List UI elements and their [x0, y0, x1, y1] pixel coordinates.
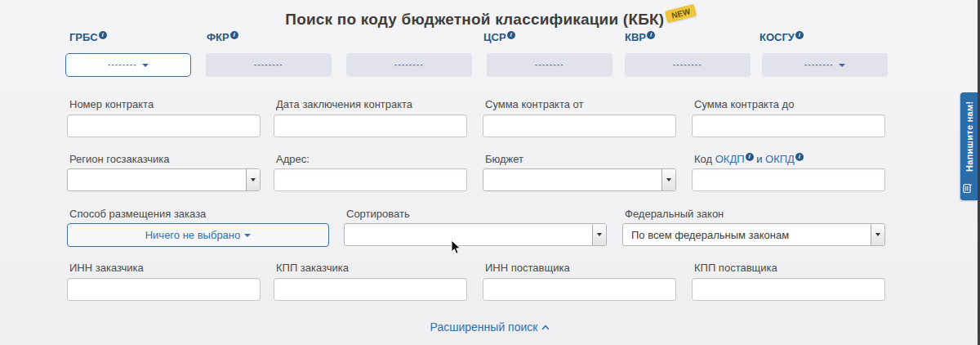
chat-bubble-icon: [962, 183, 977, 194]
sum-from-label: Сумма контракта от: [485, 98, 584, 110]
chevron-down-icon[interactable]: [871, 224, 884, 245]
region-select-value: [68, 169, 246, 190]
kbk-extra-placeholder: --------: [394, 61, 424, 69]
contract-date-input[interactable]: [274, 114, 467, 137]
region-label: Регион госзаказчика: [69, 153, 170, 165]
inn-supplier-input[interactable]: [483, 278, 676, 301]
inn-customer-input[interactable]: [67, 278, 261, 301]
sum-to-input[interactable]: [692, 114, 885, 137]
advanced-search-row: Расширенный поиск: [0, 320, 980, 334]
code-prefix-text: Код: [694, 153, 712, 165]
grbs-label-text: ГРБС: [69, 31, 98, 43]
budget-select-value: [483, 169, 662, 190]
info-icon[interactable]: i: [230, 31, 238, 39]
csr-label: ЦСРi: [483, 31, 515, 43]
region-select[interactable]: [67, 168, 261, 191]
info-icon[interactable]: i: [795, 31, 804, 39]
advanced-search-label: Расширенный поиск: [430, 320, 538, 334]
sort-select[interactable]: [344, 223, 607, 246]
chevron-down-icon: [142, 64, 149, 67]
sort-select-value: [345, 224, 592, 245]
new-badge: NEW: [665, 4, 697, 24]
kvr-label: КВРi: [625, 31, 655, 43]
csr-placeholder: --------: [535, 61, 564, 69]
sum-from-input[interactable]: [483, 114, 676, 137]
csr-label-text: ЦСР: [483, 31, 506, 43]
fkr-label-text: ФКР: [207, 31, 229, 43]
okdp-okpd-code-input[interactable]: [692, 168, 885, 191]
okdp-link[interactable]: ОКДП: [715, 153, 745, 165]
placement-method-label: Способ размещения заказа: [69, 208, 206, 220]
title-row: Поиск по коду бюджетной классификации (К…: [0, 11, 980, 29]
contract-number-label: Номер контракта: [69, 98, 154, 110]
page-title: Поиск по коду бюджетной классификации (К…: [285, 11, 664, 28]
kosgu-placeholder: --------: [804, 61, 834, 69]
write-to-us-label: Напишите нам!: [960, 94, 978, 179]
inn-supplier-label: ИНН поставщика: [485, 262, 570, 274]
federal-law-select-value: По всем федеральным законам: [623, 224, 871, 245]
kvr-placeholder: --------: [673, 61, 702, 69]
okpd-link[interactable]: ОКПД: [765, 153, 795, 165]
kvr-label-text: КВР: [625, 31, 646, 43]
address-input[interactable]: [274, 168, 467, 191]
csr-select[interactable]: --------: [487, 53, 612, 77]
placement-method-value: Ничего не выбрано: [145, 229, 241, 241]
info-icon[interactable]: i: [99, 31, 107, 39]
grbs-placeholder: --------: [108, 61, 137, 69]
kvr-select[interactable]: --------: [625, 53, 751, 77]
kpp-customer-label: КПП заказчика: [276, 262, 349, 274]
kpp-supplier-input[interactable]: [692, 278, 885, 301]
grbs-label: ГРБСi: [69, 31, 107, 43]
sort-label: Сортировать: [346, 208, 410, 220]
placement-method-dropdown[interactable]: Ничего не выбрано: [67, 223, 329, 247]
info-icon[interactable]: i: [795, 153, 804, 161]
chevron-down-icon[interactable]: [662, 169, 675, 190]
kbk-extra-select[interactable]: --------: [346, 53, 472, 77]
chevron-down-icon: [839, 64, 845, 67]
kosgu-label-text: КОСГУ: [760, 31, 795, 43]
federal-law-label: Федеральный закон: [625, 208, 724, 220]
chevron-down-icon[interactable]: [592, 224, 606, 245]
chevron-down-icon[interactable]: [246, 169, 260, 190]
grbs-select[interactable]: --------: [65, 53, 191, 77]
info-icon[interactable]: i: [647, 31, 655, 39]
address-label: Адрес:: [276, 153, 310, 165]
chevron-down-icon: [244, 234, 251, 237]
advanced-search-link[interactable]: Расширенный поиск: [430, 320, 550, 334]
kosgu-label: КОСГУi: [760, 31, 804, 43]
info-icon[interactable]: i: [507, 31, 515, 39]
budget-select[interactable]: [483, 168, 676, 191]
fkr-select[interactable]: --------: [206, 53, 332, 77]
kosgu-select[interactable]: --------: [762, 53, 888, 77]
budget-label: Бюджет: [485, 153, 523, 165]
contract-number-input[interactable]: [67, 114, 261, 137]
code-conjunction-text: и: [756, 153, 762, 165]
sum-to-label: Сумма контракта до: [694, 98, 794, 110]
write-to-us-tab[interactable]: Напишите нам!: [960, 92, 978, 200]
info-icon[interactable]: i: [746, 153, 754, 161]
kpp-customer-input[interactable]: [274, 278, 467, 301]
fkr-label: ФКРi: [207, 31, 238, 43]
federal-law-select[interactable]: По всем федеральным законам: [622, 223, 885, 246]
kpp-supplier-label: КПП поставщика: [694, 262, 777, 274]
inn-customer-label: ИНН заказчика: [69, 262, 144, 274]
fkr-placeholder: --------: [254, 61, 283, 69]
chevron-up-icon: [541, 320, 550, 333]
code-okdp-okpd-label: Код ОКДПi и ОКПДi: [694, 153, 804, 165]
contract-date-label: Дата заключения контракта: [276, 98, 412, 110]
